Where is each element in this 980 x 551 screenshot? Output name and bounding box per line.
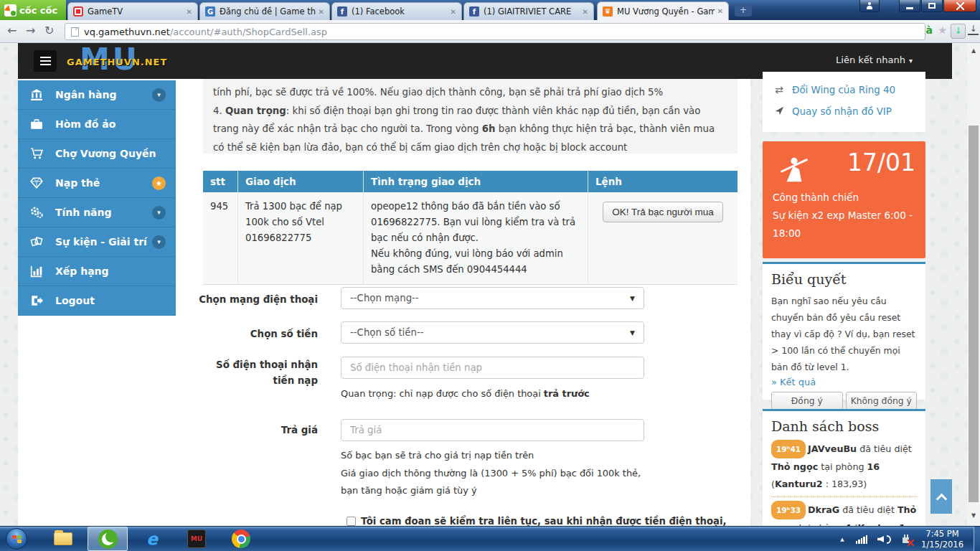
network-label: Chọn mạng điện thoại <box>194 292 318 308</box>
pay-buyer-button[interactable]: OK! Trả bạc người mua <box>603 202 723 222</box>
chevron-down-icon: ▾ <box>152 206 166 220</box>
tickets-icon <box>18 235 55 248</box>
tab-gametv[interactable]: GameTV ✕ <box>67 2 198 20</box>
facebook-favicon: f <box>469 6 479 17</box>
sidebar-item-hom-do-ao[interactable]: Hòm đồ ảo <box>18 110 176 139</box>
sidebar-item-cho-vuong-quyen[interactable]: Chợ Vương Quyền <box>18 139 176 169</box>
network-select[interactable]: --Chọn mạng--▼ <box>341 287 644 309</box>
agree-button[interactable]: Đồng ý <box>771 392 843 410</box>
tab-close-icon[interactable]: ✕ <box>187 8 192 16</box>
scroll-to-top-button[interactable] <box>930 479 952 514</box>
system-tray: ▲ 7:45 PM 1/15/2016 <box>840 527 980 551</box>
amount-label: Chọn số tiền <box>194 326 318 342</box>
boss-panel: Danh sách boss 19ʰ41JAVveuBu đã tiêu diệ… <box>763 409 925 526</box>
taskbar-internet-explorer[interactable]: e <box>132 527 172 551</box>
scrollbar-thumb[interactable] <box>969 126 979 502</box>
hidden-icons-arrow[interactable]: ▲ <box>840 537 844 542</box>
diamond-icon <box>18 176 55 189</box>
taskbar-chrome[interactable] <box>221 527 261 551</box>
show-desktop-button[interactable] <box>974 527 980 551</box>
phone-help: Quan trọng: chỉ nạp được cho số điện tho… <box>341 385 656 402</box>
price-help2: Giá giao dịch thông thường là (1300 + 5%… <box>341 465 651 499</box>
taskbar-explorer[interactable] <box>43 527 83 551</box>
tab-close-icon[interactable]: ✕ <box>717 7 723 15</box>
download-button[interactable]: ↓ <box>951 24 966 39</box>
phone-input[interactable] <box>341 357 644 379</box>
taskbar-mu-game[interactable]: MU <box>176 527 217 551</box>
coccoc-menu-button[interactable]: cốc cốc <box>0 0 66 20</box>
sidebar-item-ngan-hang[interactable]: Ngân hàng ▾ <box>18 80 176 110</box>
amount-select[interactable]: --Chọn số tiền--▼ <box>341 321 644 344</box>
sidebar-item-logout[interactable]: Logout <box>18 286 176 316</box>
screen: cốc cốc GameTV ✕ G Đăng chủ đề | Game th… <box>0 0 980 551</box>
scroll-down-arrow[interactable]: ▼ <box>967 512 980 519</box>
agree-checkbox[interactable] <box>347 517 356 526</box>
minimize-button[interactable] <box>899 0 920 12</box>
event-date: 17/01 <box>847 149 915 176</box>
windows-flag-icon <box>12 535 22 543</box>
bookmark-star-icon[interactable]: ★ <box>938 24 947 36</box>
browser-scrollbar[interactable]: ▲ ▼ <box>967 43 980 526</box>
start-button[interactable] <box>6 528 27 550</box>
error-x-icon <box>908 540 914 546</box>
quick-links-dropdown[interactable]: Liên kết nhanh▾ <box>836 55 913 65</box>
price-help1: Số bạc bạn sẽ trả cho giá trị nạp tiền t… <box>341 447 656 464</box>
close-button[interactable] <box>943 0 976 12</box>
chevron-down-icon: ▼ <box>630 329 635 336</box>
bar-chart-icon <box>18 265 55 278</box>
swap-arrows-icon: ⇄ <box>773 84 786 95</box>
warrior-icon <box>778 153 810 189</box>
divider <box>771 496 917 497</box>
table-header-row: stt Giao dịch Tình trạng giao dịch Lệnh <box>203 171 738 192</box>
star-badge-icon: ★ <box>152 176 166 190</box>
gears-icon <box>18 206 55 219</box>
speaker-icon[interactable] <box>877 536 884 542</box>
forward-button[interactable]: → <box>26 24 35 37</box>
maximize-button[interactable] <box>921 0 943 12</box>
event-text: Công thành chiến Sự kiện x2 exp Master 6… <box>773 189 916 242</box>
tab-close-icon[interactable]: ✕ <box>451 8 456 16</box>
tab-close-icon[interactable]: ✕ <box>319 8 324 16</box>
poll-results-link[interactable]: » Kết quả <box>771 377 917 387</box>
briefcase-icon <box>18 118 55 131</box>
back-button[interactable]: ← <box>7 24 17 37</box>
link-doi-wing[interactable]: ⇄ Đổi Wing của Ring 40 <box>773 79 925 100</box>
profile-button[interactable] <box>859 0 880 12</box>
taskbar-coccoc[interactable] <box>88 527 128 551</box>
hamburger-menu-button[interactable] <box>34 50 57 72</box>
sidebar-item-xep-hang[interactable]: Xếp hạng <box>18 257 176 286</box>
coccoc-brand-label: cốc cốc <box>19 5 57 16</box>
disagree-button[interactable]: Không đồng ý <box>846 392 918 410</box>
sidebar-item-nap-the[interactable]: Nạp thẻ ★ <box>18 169 176 198</box>
link-quay-so[interactable]: Quay số nhận đồ VIP <box>773 100 925 122</box>
taskbar-clock[interactable]: 7:45 PM 1/15/2016 <box>921 529 963 550</box>
site-logo[interactable]: MU GAMETHUVN.NET <box>67 44 174 77</box>
chevron-down-icon: ▼ <box>630 295 635 302</box>
scroll-up-arrow[interactable]: ▲ <box>967 47 980 54</box>
time-badge: 19ʰ33 <box>771 501 806 519</box>
reload-button[interactable]: ↻ <box>44 24 54 37</box>
tab-close-icon[interactable]: ✕ <box>583 8 588 16</box>
network-signal-icon[interactable] <box>856 535 868 544</box>
downloads-tray-icon[interactable]: ↓ <box>968 24 979 35</box>
event-card: 17/01 Công thành chiến Sự kiện x2 exp Ma… <box>763 141 925 258</box>
tab-giaitriviet[interactable]: f (1) GIAITRIVIET CARE ✕ <box>463 2 594 20</box>
ie-icon: e <box>146 529 158 548</box>
vietnamese-input-icon[interactable]: à <box>926 24 933 36</box>
g-favicon: G <box>205 6 215 17</box>
browser-titlebar: cốc cốc GameTV ✕ G Đăng chủ đề | Game th… <box>0 0 980 20</box>
transactions-table: stt Giao dịch Tình trạng giao dịch Lệnh … <box>203 171 738 285</box>
price-input[interactable] <box>341 419 644 441</box>
address-bar[interactable]: vq.gamethuvn.net /account/#auth/ShopCard… <box>65 23 925 40</box>
logout-icon <box>18 294 55 307</box>
new-tab-button[interactable]: + <box>735 4 752 17</box>
sidebar-item-tinh-nang[interactable]: Tính năng ▾ <box>18 198 176 227</box>
poll-panel: Biểu quyết Bạn nghĩ sao nếu yêu cầu chuy… <box>763 262 925 400</box>
tab-facebook[interactable]: f (1) Facebook ✕ <box>331 2 462 20</box>
notice-box: tính phí, bạc sẽ được trả về 100%. Nếu g… <box>203 79 738 154</box>
sidebar-item-su-kien-giai-tri[interactable]: Sự kiện - Giải trí ▾ <box>18 227 176 257</box>
tab-mu-vuong-quyen[interactable]: ♛ MU Vương Quyền - Game ✕ <box>597 1 729 20</box>
power-plug-icon[interactable] <box>901 534 913 545</box>
chevron-down-icon: ▾ <box>152 235 166 249</box>
tab-dang-chu-de[interactable]: G Đăng chủ đề | Game thủ V ✕ <box>199 2 330 20</box>
